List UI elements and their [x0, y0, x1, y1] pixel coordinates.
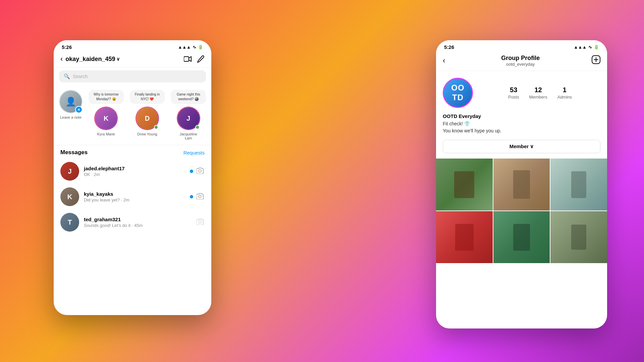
admins-count: 1 — [563, 86, 567, 94]
drew-note: Finally landing in NYC! ❤️ — [130, 90, 165, 104]
svg-point-2 — [199, 195, 201, 198]
right-status-icons: ▲▲▲ ∿ 🔋 — [574, 45, 599, 50]
story-kyra[interactable]: Why is tomorrow Monday!? 😩 K Kyra Marie — [89, 90, 124, 136]
ted-actions — [197, 218, 205, 227]
kyia-avatar: K — [60, 187, 79, 206]
left-status-bar: 5:26 ▲▲▲ ∿ 🔋 — [54, 40, 211, 52]
message-item-kyia[interactable]: K kyia_kayaks Did you leave yet? · 2m — [54, 184, 211, 209]
photo-cell-5[interactable] — [493, 211, 550, 263]
left-status-icons: ▲▲▲ ∿ 🔋 — [178, 45, 203, 50]
left-header-actions — [184, 55, 205, 63]
jaded-content: jaded.elephant17 OK · 2m — [84, 166, 185, 177]
kyra-note: Why is tomorrow Monday!? 😩 — [89, 90, 124, 104]
members-label: Members — [529, 95, 547, 100]
photo-cell-1[interactable] — [436, 159, 493, 210]
photo-cell-6[interactable] — [550, 211, 607, 263]
drew-avatar-wrap: D — [136, 107, 159, 130]
members-count: 12 — [534, 86, 542, 94]
jaded-actions — [190, 167, 205, 176]
right-signal-icon: ▲▲▲ — [574, 45, 587, 50]
kyia-username: kyia_kayaks — [84, 191, 185, 197]
messages-title: Messages — [60, 149, 88, 156]
admins-label: Admins — [557, 95, 572, 100]
search-bar[interactable]: 🔍 Search — [59, 70, 206, 82]
kyra-avatar: K — [94, 107, 118, 130]
kyia-content: kyia_kayaks Did you leave yet? · 2m — [84, 191, 185, 202]
search-placeholder: Search — [73, 74, 88, 79]
jacqueline-avatar-wrap: J — [177, 107, 200, 130]
ted-username: ted_graham321 — [84, 217, 192, 222]
camera-icon-kyia[interactable] — [197, 193, 205, 201]
group-handle: ootd_everyday — [449, 62, 592, 67]
photo-cell-4[interactable] — [436, 211, 493, 263]
story-drew[interactable]: Finally landing in NYC! ❤️ D Drew Young — [130, 90, 165, 136]
story-jacqueline[interactable]: Game night this weekend? 🎱 J Jacqueline … — [171, 90, 206, 140]
right-phone: 5:26 ▲▲▲ ∿ 🔋 ‹ Group Profile ootd_everyd… — [436, 40, 607, 328]
group-name: OOTD Everyday — [443, 113, 600, 119]
kyra-avatar-wrap: K — [94, 107, 118, 130]
svg-point-1 — [199, 170, 201, 172]
right-battery-icon: 🔋 — [594, 45, 599, 50]
left-header-title: okay_kaiden_459 ∨ — [65, 56, 184, 63]
group-avatar: OOTD — [443, 78, 473, 108]
stat-posts: 53 Posts — [508, 86, 519, 100]
kyia-preview: Did you leave yet? · 2m — [84, 197, 185, 202]
drew-online-indicator — [154, 125, 158, 129]
add-note-button[interactable]: + — [75, 106, 83, 113]
posts-label: Posts — [508, 95, 519, 100]
photo-cell-2[interactable] — [493, 159, 550, 210]
stat-members: 12 Members — [529, 86, 547, 100]
wifi-icon: ∿ — [193, 45, 196, 50]
bio-line1: Fit check! 👕 — [443, 121, 470, 126]
jacqueline-online-indicator — [195, 125, 200, 129]
right-header-center: Group Profile ootd_everyday — [449, 55, 592, 67]
camera-icon-ted[interactable] — [197, 218, 205, 227]
right-time: 5:26 — [444, 44, 454, 50]
jaded-preview: OK · 2m — [84, 172, 185, 177]
jacqueline-note: Game night this weekend? 🎱 — [171, 90, 206, 104]
right-header: ‹ Group Profile ootd_everyday — [436, 52, 607, 71]
stories-row: 👤 + Leave a note Why is tomorrow Monday!… — [54, 85, 211, 145]
left-phone: 5:26 ▲▲▲ ∿ 🔋 ‹ okay_kaiden_459 ∨ — [54, 40, 211, 315]
right-back-button[interactable]: ‹ — [443, 56, 445, 65]
jaded-unread-dot — [190, 170, 193, 173]
photo-cell-3[interactable] — [550, 159, 607, 210]
ted-preview: Sounds good! Let's do it · 45m — [84, 223, 192, 228]
signal-icon: ▲▲▲ — [178, 45, 191, 50]
member-label: Member ∨ — [509, 143, 534, 149]
add-to-group-button[interactable] — [592, 55, 600, 66]
ted-avatar: T — [60, 213, 79, 232]
svg-rect-0 — [184, 57, 189, 61]
group-description: Fit check! 👕 You know we'll hype you up. — [443, 120, 600, 134]
kyia-unread-dot — [190, 195, 193, 198]
story-self[interactable]: 👤 + Leave a note — [59, 90, 83, 119]
message-item-ted[interactable]: T ted_graham321 Sounds good! Let's do it… — [54, 209, 211, 235]
stat-admins: 1 Admins — [557, 86, 572, 100]
right-status-bar: 5:26 ▲▲▲ ∿ 🔋 — [436, 40, 607, 52]
back-button[interactable]: ‹ — [60, 55, 63, 63]
right-wifi-icon: ∿ — [588, 45, 592, 50]
group-profile-title: Group Profile — [449, 55, 592, 62]
search-icon: 🔍 — [64, 73, 70, 79]
conversation-username: okay_kaiden_459 — [65, 56, 115, 63]
camera-icon-jaded[interactable] — [197, 167, 205, 176]
self-label: Leave a note — [60, 115, 82, 119]
ted-content: ted_graham321 Sounds good! Let's do it ·… — [84, 217, 192, 228]
posts-count: 53 — [510, 86, 517, 94]
bio-line2: You know we'll hype you up. — [443, 128, 501, 133]
chevron-down-icon[interactable]: ∨ — [116, 56, 120, 62]
battery-icon: 🔋 — [198, 45, 203, 50]
self-avatar-wrap: 👤 + — [59, 90, 83, 113]
group-stats: 53 Posts 12 Members 1 Admins — [480, 86, 600, 100]
member-button[interactable]: Member ∨ — [443, 140, 600, 153]
jacqueline-label: Jacqueline Lam — [177, 132, 200, 140]
compose-button[interactable] — [197, 55, 205, 63]
messages-header: Messages Requests — [54, 145, 211, 159]
requests-link[interactable]: Requests — [183, 150, 205, 156]
group-profile-section: OOTD 53 Posts 12 Members 1 Admins — [436, 71, 607, 113]
left-header: ‹ okay_kaiden_459 ∨ — [54, 52, 211, 68]
group-bio: OOTD Everyday Fit check! 👕 You know we'l… — [436, 113, 607, 140]
jaded-username: jaded.elephant17 — [84, 166, 185, 171]
video-call-button[interactable] — [184, 56, 192, 62]
message-item-jaded[interactable]: J jaded.elephant17 OK · 2m — [54, 159, 211, 184]
